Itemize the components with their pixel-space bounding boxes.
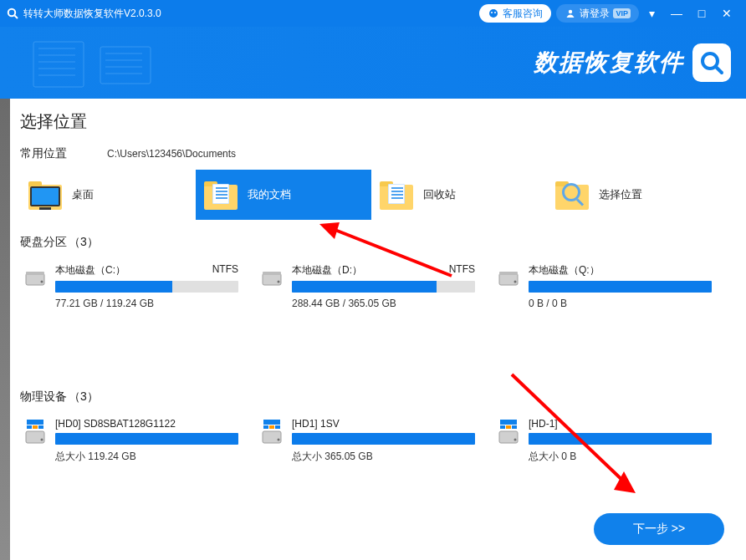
app-logo-icon: [7, 8, 18, 19]
partitions-count: （3）: [69, 235, 99, 250]
svg-rect-30: [33, 425, 38, 429]
location-documents[interactable]: 我的文档: [196, 170, 371, 220]
vip-badge: VIP: [613, 8, 631, 18]
partition-usage-bar: [529, 281, 712, 293]
svg-rect-41: [500, 425, 505, 429]
partition-item[interactable]: 本地磁盘（C:）NTFS77.21 GB / 119.24 GB: [20, 258, 242, 314]
location-choose[interactable]: 选择位置: [547, 170, 723, 220]
drive-icon: [260, 267, 284, 290]
location-desktop-label: 桌面: [72, 187, 94, 202]
next-button-label: 下一步 >>: [633, 522, 685, 537]
location-choose-label: 选择位置: [599, 187, 642, 202]
svg-point-2: [489, 9, 498, 18]
common-locations-row: 桌面 我的文档 回收站 选择: [20, 170, 726, 220]
drive-icon: [497, 267, 520, 290]
physical-device-name: [HD-1]: [529, 418, 712, 430]
svg-rect-35: [263, 425, 268, 429]
physical-usage-bar: [55, 433, 238, 445]
menu-dropdown-icon[interactable]: ▾: [639, 0, 664, 27]
svg-rect-25: [499, 273, 518, 285]
svg-rect-42: [506, 425, 511, 429]
svg-rect-27: [499, 272, 518, 275]
partitions-label: 硬盘分区: [20, 235, 67, 250]
svg-rect-37: [275, 425, 280, 429]
partitions-grid: 本地磁盘（C:）NTFS77.21 GB / 119.24 GB本地磁盘（D:）…: [20, 258, 726, 314]
physical-drive-icon: [23, 420, 47, 450]
partition-name: 本地磁盘（D:）: [292, 263, 362, 277]
svg-rect-38: [263, 431, 281, 443]
partition-usage-bar: [292, 281, 475, 293]
banner-title: 数据恢复软件: [534, 47, 684, 79]
location-desktop[interactable]: 桌面: [20, 170, 196, 220]
window-left-edge: [0, 99, 10, 560]
physical-size-label: 总大小 119.24 GB: [55, 450, 238, 464]
minimize-button[interactable]: —: [664, 0, 689, 27]
partition-usage-label: 0 B / 0 B: [529, 298, 712, 309]
documents-icon: [204, 180, 239, 210]
svg-point-39: [278, 439, 280, 441]
physical-device-item[interactable]: [HD-1]总大小 0 B: [493, 413, 715, 469]
login-button[interactable]: 请登录 VIP: [556, 4, 639, 23]
close-button[interactable]: ✕: [714, 0, 739, 27]
physical-label: 物理设备: [20, 389, 67, 405]
recycle-icon: [380, 180, 415, 210]
physical-device-name: [HD0] SD8SBAT128G1122: [55, 418, 238, 430]
physical-usage-bar: [529, 433, 712, 445]
titlebar: 转转大师数据恢复软件V2.0.3.0 客服咨询 请登录 VIP ▾ — □ ✕: [0, 0, 746, 27]
login-label: 请登录: [580, 7, 610, 21]
svg-point-33: [41, 439, 43, 441]
physical-grid: [HD0] SD8SBAT128G1122总大小 119.24 GB[HD1] …: [20, 413, 726, 469]
svg-rect-31: [38, 425, 43, 429]
svg-rect-12: [100, 47, 151, 84]
svg-line-1: [15, 16, 18, 19]
partition-usage-label: 288.44 GB / 365.05 GB: [292, 298, 475, 309]
app-title: 转转大师数据恢复软件V2.0.3.0: [23, 7, 161, 21]
svg-point-5: [569, 10, 572, 13]
svg-rect-32: [26, 431, 44, 443]
customer-service-button[interactable]: 客服咨询: [479, 4, 551, 23]
svg-rect-28: [27, 420, 43, 425]
customer-service-label: 客服咨询: [503, 7, 543, 21]
page-title: 选择位置: [20, 110, 726, 133]
physical-size-label: 总大小 0 B: [529, 450, 712, 464]
partition-item[interactable]: 本地磁盘（D:）NTFS288.44 GB / 365.05 GB: [257, 258, 478, 314]
svg-line-18: [716, 67, 722, 73]
physical-drive-icon: [260, 420, 284, 450]
current-path: C:\Users\123456\Documents: [107, 148, 236, 160]
partition-fs: NTFS: [449, 263, 475, 277]
svg-rect-36: [269, 425, 274, 429]
svg-point-26: [514, 281, 517, 283]
maximize-button[interactable]: □: [689, 0, 714, 27]
partition-name: 本地磁盘（Q:）: [529, 263, 600, 277]
svg-rect-21: [26, 272, 44, 275]
physical-device-item[interactable]: [HD1] 1SV总大小 365.05 GB: [257, 413, 478, 469]
svg-rect-19: [26, 273, 44, 285]
partition-item[interactable]: 本地磁盘（Q:）0 B / 0 B: [493, 258, 715, 314]
physical-size-label: 总大小 365.05 GB: [292, 450, 475, 464]
choose-location-icon: [555, 180, 590, 210]
svg-rect-43: [512, 425, 517, 429]
svg-point-45: [514, 439, 517, 441]
next-button[interactable]: 下一步 >>: [594, 513, 724, 545]
svg-marker-49: [614, 471, 636, 493]
physical-count: （3）: [69, 389, 99, 405]
desktop-icon: [28, 180, 64, 210]
svg-rect-44: [499, 431, 518, 443]
banner-decoration-icon: [25, 35, 192, 94]
banner-logo-icon: [692, 43, 731, 82]
common-locations-label: 常用位置: [20, 146, 67, 161]
physical-usage-bar: [292, 433, 475, 445]
partition-name: 本地磁盘（C:）: [55, 263, 125, 277]
svg-rect-24: [263, 272, 281, 275]
svg-point-23: [278, 281, 280, 283]
svg-rect-29: [27, 425, 32, 429]
svg-point-0: [8, 9, 15, 16]
svg-point-4: [494, 12, 496, 13]
partition-usage-bar: [55, 281, 238, 293]
location-recycle[interactable]: 回收站: [371, 170, 547, 220]
partition-usage-label: 77.21 GB / 119.24 GB: [55, 298, 238, 309]
partition-fs: NTFS: [212, 263, 238, 277]
banner: 数据恢复软件: [0, 27, 746, 99]
physical-drive-icon: [497, 420, 520, 450]
physical-device-item[interactable]: [HD0] SD8SBAT128G1122总大小 119.24 GB: [20, 413, 242, 469]
